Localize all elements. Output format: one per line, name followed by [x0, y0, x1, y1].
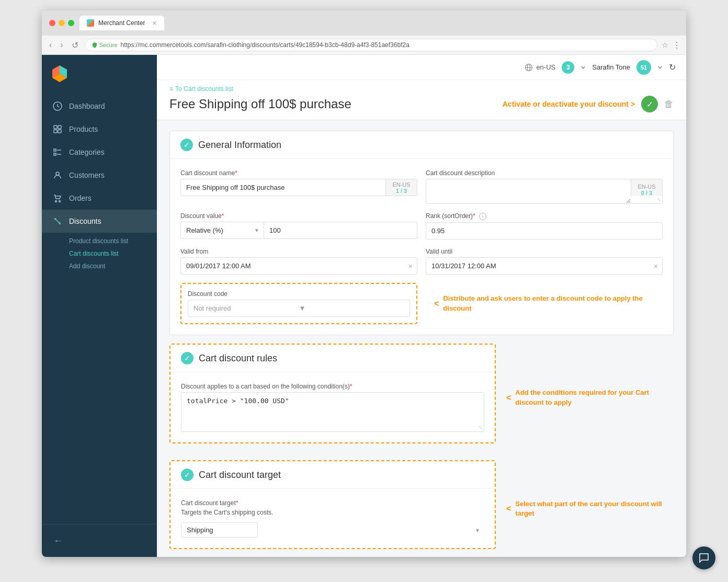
- sidebar-item-products[interactable]: Products: [42, 118, 157, 141]
- tab-close-button[interactable]: ×: [152, 19, 156, 27]
- cart-rules-section-row: ✓ Cart discount rules Discount applies t…: [169, 344, 674, 452]
- valid-from-input-wrapper: ×: [180, 257, 417, 275]
- sidebar-item-categories[interactable]: Categories: [42, 141, 157, 164]
- desc-textarea[interactable]: [426, 179, 631, 203]
- delete-button[interactable]: 🗑: [664, 99, 674, 110]
- chevron-down-icon: [581, 65, 586, 70]
- svg-rect-5: [58, 125, 61, 129]
- maximize-dot[interactable]: [68, 20, 74, 26]
- globe-icon: [525, 63, 533, 72]
- name-count: 1 / 3: [396, 188, 407, 194]
- cart-rules-toggle[interactable]: ✓: [181, 352, 194, 364]
- target-select[interactable]: Shipping LineItems MultiBuyLineItems: [181, 522, 258, 538]
- rank-label: Rank (sortOrder)* i: [426, 212, 663, 220]
- content-area: ✓ General Information Cart discount name…: [157, 120, 686, 557]
- activate-link[interactable]: Activate or deactivate your discount >: [503, 100, 635, 108]
- submenu-product-discounts[interactable]: Product discounts list: [69, 235, 157, 247]
- bookmark-button[interactable]: ☆: [662, 41, 668, 49]
- language-selector[interactable]: en-US: [525, 63, 555, 72]
- reload-button[interactable]: ↺: [70, 39, 81, 51]
- products-icon: [52, 124, 63, 134]
- sidebar-bottom: ←: [42, 524, 157, 557]
- sidebar-item-customers[interactable]: Customers: [42, 164, 157, 187]
- browser-tab[interactable]: Merchant Center ×: [79, 16, 164, 30]
- activate-button[interactable]: ✓: [641, 96, 658, 112]
- discount-amount-input[interactable]: [264, 222, 417, 239]
- general-info-body: Cart discount name* EN-US 1 / 3: [170, 159, 673, 335]
- sidebar-item-label: Categories: [69, 148, 105, 156]
- svg-point-12: [56, 172, 59, 175]
- user-avatar[interactable]: 51: [636, 60, 651, 75]
- resize-handle: ⤡: [657, 197, 661, 202]
- target-label: Cart discount target*: [181, 499, 484, 507]
- address-bar[interactable]: Secure https://mc.commercetools.com/sara…: [85, 39, 657, 51]
- browser-titlebar: Merchant Center ×: [42, 10, 686, 36]
- submenu-cart-discounts[interactable]: Cart discounts list: [69, 247, 157, 260]
- tab-title: Merchant Center: [98, 19, 145, 27]
- close-dot[interactable]: [49, 20, 55, 26]
- condition-textarea[interactable]: totalPrice > "100.00 USD": [181, 393, 484, 429]
- value-rank-row: Discount value* Relative (%) Absolute Fr…: [180, 212, 663, 239]
- browser-menu-button[interactable]: ⋮: [673, 40, 681, 50]
- general-info-toggle[interactable]: ✓: [180, 139, 193, 151]
- sidebar-item-orders[interactable]: Orders: [42, 187, 157, 210]
- sidebar-item-discounts[interactable]: Discounts: [42, 210, 157, 233]
- app-container: Dashboard Products Categories: [42, 55, 686, 557]
- cart-rules-body: Discount applies to a cart based on the …: [170, 372, 495, 442]
- desc-lang-badge: EN-US 0 / 3: [631, 179, 662, 196]
- valid-until-clear[interactable]: ×: [650, 258, 662, 274]
- minimize-dot[interactable]: [59, 20, 65, 26]
- notifications-count: 3: [566, 64, 570, 71]
- secure-badge: Secure: [92, 42, 118, 48]
- app-header: en-US 3 Sarafin Tone 51 ↻: [157, 55, 686, 80]
- back-button[interactable]: ‹: [47, 39, 54, 51]
- name-input[interactable]: [181, 179, 385, 196]
- discount-type-select[interactable]: Relative (%) Absolute Free shipping: [181, 222, 242, 238]
- condition-label: Discount applies to a cart based on the …: [181, 383, 484, 390]
- valid-until-input-wrapper: ×: [426, 257, 663, 275]
- cart-target-section-row: ✓ Cart discount target Cart discount tar…: [169, 460, 674, 557]
- rank-input[interactable]: [426, 223, 662, 239]
- cart-target-toggle[interactable]: ✓: [181, 469, 194, 481]
- svg-rect-8: [54, 149, 56, 151]
- sidebar: Dashboard Products Categories: [42, 55, 157, 557]
- cart-rules-section: ✓ Cart discount rules Discount applies t…: [169, 344, 496, 443]
- cart-target-hint-arrow-icon: <: [506, 504, 511, 513]
- refresh-button[interactable]: ↻: [669, 62, 676, 72]
- discounts-icon: [52, 216, 63, 226]
- general-info-section: ✓ General Information Cart discount name…: [169, 131, 674, 335]
- logo-icon: [50, 63, 69, 82]
- cart-rules-hint-text: Add the conditions required for your Car…: [515, 388, 663, 407]
- valid-until-label: Valid until: [426, 248, 663, 255]
- chat-button[interactable]: [692, 546, 715, 567]
- categories-icon: [52, 147, 63, 157]
- discount-type-select-wrapper: Relative (%) Absolute Free shipping ▼: [180, 222, 264, 239]
- target-select-wrapper: Shipping LineItems MultiBuyLineItems ▼: [181, 522, 484, 538]
- rank-info-icon[interactable]: i: [479, 213, 486, 220]
- sidebar-item-dashboard[interactable]: Dashboard: [42, 95, 157, 118]
- target-group: Cart discount target* Targets the Cart's…: [181, 499, 484, 538]
- valid-from-clear[interactable]: ×: [404, 258, 417, 274]
- hint-arrow-icon: <: [434, 299, 439, 309]
- breadcrumb[interactable]: ≡ To Cart discounts list: [169, 85, 674, 93]
- submenu-add-discount[interactable]: Add discount: [69, 260, 157, 272]
- sidebar-item-label: Orders: [69, 194, 92, 202]
- tab-favicon: [87, 19, 94, 27]
- valid-from-input[interactable]: [181, 258, 404, 274]
- sidebar-navigation: Dashboard Products Categories: [42, 90, 157, 524]
- rank-input-wrapper: [426, 222, 663, 239]
- chat-icon: [699, 553, 709, 563]
- cart-target-section: ✓ Cart discount target Cart discount tar…: [169, 460, 496, 549]
- rank-field-group: Rank (sortOrder)* i: [426, 212, 663, 239]
- discount-code-dropdown[interactable]: Not required ▼: [188, 300, 410, 317]
- notifications-badge[interactable]: 3: [562, 61, 574, 74]
- cart-rules-hint-box: < Add the conditions required for your C…: [496, 344, 674, 452]
- sidebar-collapse-button[interactable]: ←: [50, 533, 66, 549]
- valid-until-input[interactable]: [426, 258, 650, 274]
- window-controls: [49, 20, 74, 26]
- desc-field-group: Cart discount description EN-US 0 / 3 ⤡: [426, 169, 663, 204]
- sidebar-item-label: Products: [69, 125, 98, 133]
- forward-button[interactable]: ›: [58, 39, 65, 51]
- discount-code-group: Discount code Not required ▼: [188, 290, 410, 317]
- name-lang-badge: EN-US 1 / 3: [385, 179, 417, 196]
